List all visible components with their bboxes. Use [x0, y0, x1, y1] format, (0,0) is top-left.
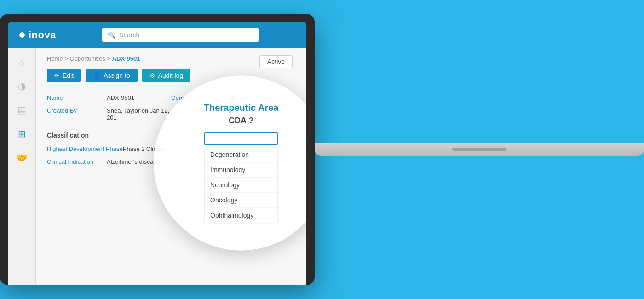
search-placeholder-text: Search [119, 31, 139, 39]
breadcrumb-opportunities[interactable]: Opportunities [70, 55, 105, 62]
audit-icon: ⚙ [150, 72, 155, 79]
main-content: Active Home > Opportunities > ADX-9501 ✏… [36, 48, 306, 285]
network-icon[interactable]: ⊞ [18, 128, 26, 139]
therapeutic-area-dropdown: Degeneration Immunology Neurology Oncolo… [204, 147, 278, 223]
chart-icon[interactable]: ◑ [18, 80, 26, 92]
contacts-icon[interactable]: ▤ [17, 104, 26, 115]
status-label: Active [267, 58, 285, 65]
zoom-content: Therapeutic Area CDA ? Degeneration Immu… [154, 93, 306, 232]
created-by-field-row: Created By Shea, Taylor on Jan 12, 201 [47, 104, 171, 124]
name-label: Name [47, 94, 107, 101]
app-body: ⌂ ◑ ▤ ⊞ 🤝 Active Home > Opportunities > [8, 48, 306, 285]
dropdown-item-ophthalmology[interactable]: Ophthalmology [205, 208, 277, 223]
home-icon[interactable]: ⌂ [19, 57, 24, 68]
laptop-screen: inova 🔍 Search ⌂ ◑ ▤ ⊞ 🤝 [8, 22, 306, 285]
name-value: ADX-9501 [107, 94, 134, 101]
assign-label: Assign to [104, 72, 130, 79]
audit-log-button[interactable]: ⚙ Audit log [142, 69, 190, 82]
breadcrumb-home[interactable]: Home [47, 55, 63, 62]
assign-icon: 👤 [93, 72, 101, 79]
search-bar[interactable]: 🔍 Search [102, 28, 259, 42]
breadcrumb-sep1: > [64, 55, 69, 62]
dropdown-item-degeneration[interactable]: Degeneration [205, 147, 277, 162]
logo-dot [19, 32, 25, 38]
search-bar-wrapper: 🔍 Search [65, 28, 295, 42]
status-badge: Active [259, 55, 293, 68]
assign-to-button[interactable]: 👤 Assign to [86, 69, 138, 82]
edit-icon: ✏ [54, 72, 60, 79]
laptop-frame: inova 🔍 Search ⌂ ◑ ▤ ⊞ 🤝 [0, 14, 315, 285]
name-field-row: Name ADX-9501 [47, 92, 171, 104]
handshake-icon[interactable]: 🤝 [16, 152, 28, 163]
search-icon: 🔍 [108, 31, 115, 39]
highest-dev-label: Highest Development Phase [47, 145, 123, 152]
clinical-indication-value: Alzeihmer's disease [107, 158, 160, 165]
edit-label: Edit [63, 72, 74, 79]
breadcrumb: Home > Opportunities > ADX-9501 [47, 55, 295, 62]
zoom-subtitle: CDA ? [229, 116, 253, 126]
laptop-base [315, 143, 644, 156]
zoom-title: Therapeutic Area [204, 103, 279, 113]
created-by-label: Created By [47, 107, 107, 121]
sidebar: ⌂ ◑ ▤ ⊞ 🤝 [8, 48, 36, 285]
dropdown-item-immunology[interactable]: Immunology [205, 162, 277, 178]
logo: inova [19, 29, 56, 41]
app-header: inova 🔍 Search [8, 22, 306, 48]
breadcrumb-current: ADX-9501 [112, 55, 140, 62]
dropdown-item-oncology[interactable]: Oncology [205, 193, 277, 208]
audit-label: Audit log [158, 72, 183, 79]
therapeutic-area-search[interactable] [204, 132, 278, 145]
edit-button[interactable]: ✏ Edit [47, 69, 81, 82]
brand-name: inova [29, 29, 56, 41]
created-by-value: Shea, Taylor on Jan 12, 201 [107, 107, 171, 121]
clinical-indication-label: Clinical Indication [47, 158, 107, 165]
breadcrumb-sep2: > [107, 55, 112, 62]
dropdown-item-neurology[interactable]: Neurology [205, 178, 277, 193]
